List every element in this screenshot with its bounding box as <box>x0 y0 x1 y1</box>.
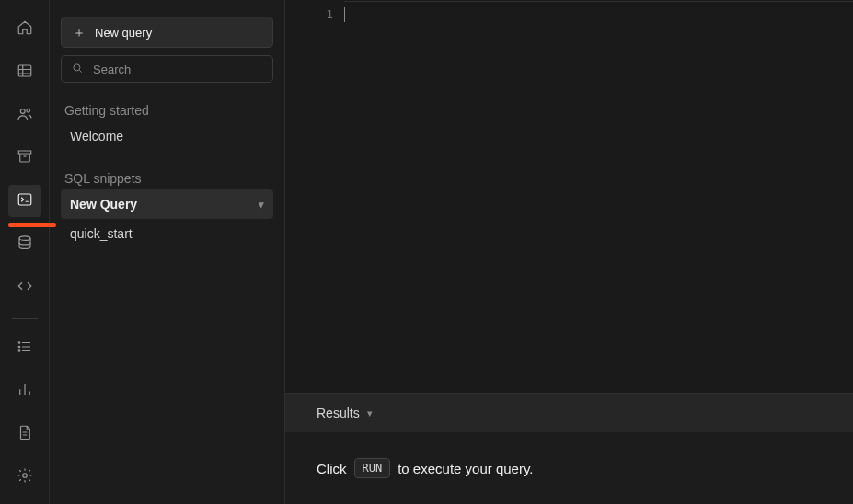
svg-point-4 <box>19 236 30 241</box>
svg-point-1 <box>20 109 25 113</box>
svg-rect-3 <box>18 194 31 205</box>
sidebar-item-quick-start[interactable]: quick_start <box>61 219 273 248</box>
database-icon <box>17 235 33 254</box>
sidebar: ＋ New query Getting started Welcome SQL … <box>50 0 285 504</box>
search-field-wrapper[interactable] <box>61 55 273 83</box>
results-header[interactable]: Results ▾ <box>285 394 853 432</box>
run-keycap: RUN <box>354 458 391 478</box>
home-icon <box>17 19 33 39</box>
plus-icon: ＋ <box>73 26 86 39</box>
nav-rail <box>0 0 50 504</box>
code-editor[interactable]: 1 <box>285 0 853 394</box>
results-header-label: Results <box>317 406 360 420</box>
rail-divider <box>12 318 38 319</box>
svg-point-8 <box>22 474 27 478</box>
svg-point-9 <box>74 63 80 70</box>
nav-home[interactable] <box>8 13 41 45</box>
search-icon <box>71 62 93 77</box>
new-query-label: New query <box>95 26 152 40</box>
sidebar-item-label: quick_start <box>70 226 133 241</box>
sidebar-item-new-query[interactable]: New Query ▾ <box>61 189 273 219</box>
chevron-down-icon: ▾ <box>259 199 264 211</box>
sidebar-item-label: Welcome <box>70 129 123 143</box>
svg-point-2 <box>26 109 29 112</box>
results-body: Click RUN to execute your query. <box>285 432 853 504</box>
list-icon <box>17 338 33 358</box>
line-number: 1 <box>285 7 333 21</box>
chevron-down-icon: ▾ <box>367 407 373 419</box>
line-number-gutter: 1 <box>285 0 344 393</box>
nav-database[interactable] <box>8 228 41 260</box>
users-icon <box>17 106 33 125</box>
nav-storage[interactable] <box>8 142 41 174</box>
nav-docs[interactable] <box>8 418 41 450</box>
nav-api[interactable] <box>8 271 41 304</box>
nav-settings[interactable] <box>8 461 41 493</box>
nav-auth[interactable] <box>8 99 41 132</box>
svg-rect-0 <box>18 65 31 76</box>
hint-text-after: to execute your query. <box>398 461 533 476</box>
gear-icon <box>17 467 33 487</box>
search-input[interactable] <box>93 56 263 82</box>
nav-reports[interactable] <box>8 375 41 407</box>
editor-top-ruler <box>344 0 853 2</box>
svg-point-6 <box>18 346 20 348</box>
table-icon <box>17 63 33 82</box>
bar-chart-icon <box>17 382 33 401</box>
archive-icon <box>17 148 33 167</box>
editor-surface[interactable] <box>344 0 853 393</box>
code-icon <box>17 278 33 297</box>
section-sql-snippets-label: SQL snippets <box>64 171 270 186</box>
svg-point-5 <box>18 341 20 343</box>
section-getting-started-label: Getting started <box>64 103 270 118</box>
highlight-marker <box>8 223 56 227</box>
svg-point-7 <box>18 349 20 351</box>
terminal-icon <box>17 191 33 211</box>
main: 1 Results ▾ Click RUN to execute your qu… <box>285 0 853 504</box>
nav-sql-editor[interactable] <box>8 185 41 217</box>
hint-text-before: Click <box>317 461 347 476</box>
file-icon <box>17 424 33 443</box>
nav-logs[interactable] <box>8 332 41 364</box>
sidebar-item-welcome[interactable]: Welcome <box>61 121 273 151</box>
new-query-button[interactable]: ＋ New query <box>61 17 273 48</box>
nav-tables[interactable] <box>8 56 41 88</box>
sidebar-item-label: New Query <box>70 197 137 212</box>
